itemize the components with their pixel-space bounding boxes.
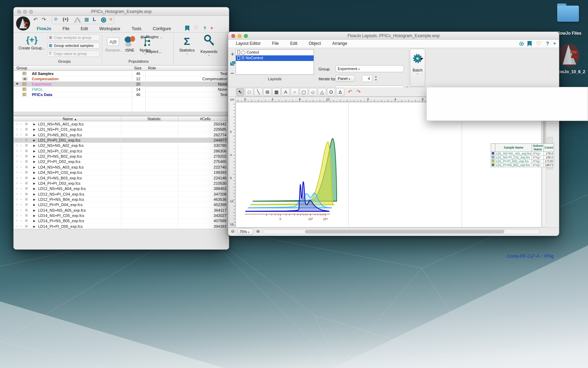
row-expander-icon[interactable]: ▶	[33, 209, 35, 212]
histogram-legend-table[interactable]: Sample Name Subset Name Count LD1_NS+NS_…	[491, 143, 554, 167]
zoom-in-icon[interactable]: ⊕	[256, 229, 260, 234]
menu-configure[interactable]: Configure	[148, 25, 176, 32]
bookmark-icon[interactable]	[185, 26, 189, 31]
compensation-grid-icon[interactable]: ▦	[25, 208, 28, 212]
gate-circle-icon[interactable]: ○	[20, 143, 22, 147]
sample-name[interactable]: LD12_PI+PI_D04_exp.fcs	[38, 203, 83, 207]
shape-tool-button[interactable]: A	[281, 88, 290, 96]
row-expander-icon[interactable]: ▶	[33, 225, 35, 228]
compensation-grid-icon[interactable]: ▦	[25, 181, 28, 185]
layout-item-label[interactable]: Control	[246, 50, 259, 54]
copy-analysis-button[interactable]: ▣ Copy analysis to group	[47, 34, 100, 41]
shape-tool-button[interactable]: ⊞	[263, 88, 272, 96]
group-row[interactable]: {▦}Compensation12Compensation	[14, 76, 229, 82]
help-icon[interactable]: ?	[546, 41, 549, 46]
legend-row[interactable]: LD1_NS+PI_C01_exp.fcsIFNg+108.0	[491, 156, 554, 159]
shape-tool-button[interactable]: ╲	[254, 88, 262, 96]
gate-circle-icon[interactable]: ○	[20, 224, 22, 228]
compensation-grid-icon[interactable]: ▦	[25, 127, 28, 131]
add-icon[interactable]: +	[210, 25, 213, 31]
row-expander-icon[interactable]: ▶	[33, 203, 35, 206]
redo-icon[interactable]: ↷	[42, 16, 46, 23]
col-group[interactable]: Group	[16, 66, 27, 70]
shape-tool-button[interactable]: Δ	[336, 88, 344, 96]
undo-icon[interactable]: ↶	[348, 89, 352, 95]
sample-name[interactable]: LD1_NS+NS_A01_exp.fcs	[38, 122, 84, 126]
group-name[interactable]: FMOs	[32, 87, 42, 91]
rename-button[interactable]: A|B Rename...	[105, 38, 121, 52]
compensation-grid-icon[interactable]: ▦	[25, 203, 28, 206]
row-expander-icon[interactable]: ▶	[33, 171, 35, 174]
legend-row[interactable]: LD1_PI+PI_D01_exp.fcsIFNg+17130	[491, 159, 554, 163]
gate-circle-icon[interactable]: ○	[20, 154, 22, 158]
menu-edit[interactable]: Edit	[285, 40, 302, 47]
batch-dropdown-panel[interactable]	[426, 87, 588, 121]
sample-name[interactable]: LD14_PI+PI_D05_exp.fcs	[38, 224, 83, 229]
layout-item[interactable]: ◯ Control	[236, 50, 314, 55]
add-group-icon[interactable]: {+}	[63, 17, 68, 22]
compensation-grid-icon[interactable]: ▦	[25, 159, 28, 163]
row-expander-icon[interactable]: ▶	[33, 214, 35, 217]
group-row[interactable]: {}All Samples46Test	[14, 71, 229, 76]
row-expander-icon[interactable]: ▶	[33, 193, 35, 196]
group-table-header[interactable]: Group Size Role	[14, 65, 229, 71]
gate-circle-icon[interactable]: ○	[20, 127, 22, 131]
compensation-grid-icon[interactable]: ▦	[25, 138, 28, 142]
inspect-button[interactable]: ✎ Inspect...	[141, 48, 161, 54]
compensation-grid-icon[interactable]: ▦	[25, 133, 28, 136]
starburst-icon[interactable]: ✳	[109, 16, 113, 22]
table-icon[interactable]: ▦	[84, 16, 89, 22]
zoom-level-select[interactable]: 75% ▾	[237, 229, 253, 235]
help-icon[interactable]: ?	[203, 26, 206, 31]
col-name[interactable]: Name ▲	[63, 117, 77, 121]
copy-value-button[interactable]: ⚲ Copy value to group	[47, 50, 100, 57]
gear-icon[interactable]	[519, 41, 524, 47]
row-expander-icon[interactable]: ▶	[33, 139, 35, 142]
tsne-button[interactable]: tSNE	[123, 36, 137, 52]
compensation-grid-icon[interactable]: ▦	[25, 192, 28, 196]
shape-tool-button[interactable]: ○	[290, 88, 299, 96]
row-expander-icon[interactable]: ▶	[33, 219, 35, 223]
row-expander-icon[interactable]: ▶	[33, 177, 35, 180]
table-splitter[interactable]: ▴	[14, 112, 229, 116]
group-name[interactable]: PFICs Data	[32, 93, 52, 97]
layout-item[interactable]: ☰ NoControl	[236, 55, 314, 61]
compensation-grid-icon[interactable]: ▦	[25, 219, 28, 222]
menu-arrange[interactable]: Arrange	[327, 40, 352, 47]
group-row[interactable]: {}FMOs14None	[14, 87, 229, 92]
shape-tool-button[interactable]: ▦	[272, 88, 281, 96]
sample-name[interactable]: LD12_NS+PI_C04_exp.fcs	[38, 192, 84, 196]
layouts-titlebar[interactable]: FlowJo Layouts: PFICs_Histogram_Example.…	[228, 32, 559, 40]
canvas-hscrollbar[interactable]	[263, 229, 540, 234]
compensation-grid-icon[interactable]: ▦	[25, 154, 28, 158]
bookmark-icon[interactable]	[527, 41, 532, 46]
compensation-grid-icon[interactable]: ▦	[25, 170, 28, 174]
gate-circle-icon[interactable]: ○	[20, 176, 22, 180]
menu-flowjo[interactable]: FlowJo	[32, 25, 56, 32]
compensation-grid-icon[interactable]: ▦	[25, 224, 28, 228]
sample-name[interactable]: LD12_NS+NS_A04_exp.fcs	[38, 186, 86, 191]
gate-circle-icon[interactable]: ○	[20, 149, 22, 153]
gate-circle-icon[interactable]: ○	[20, 165, 22, 169]
compensation-grid-icon[interactable]: ▦	[25, 213, 28, 217]
zoom-out-icon[interactable]: ⊖	[231, 229, 234, 234]
heart-icon[interactable]: ♡	[194, 25, 198, 31]
group-name[interactable]: Compensation	[32, 77, 58, 81]
row-expander-icon[interactable]: ▶	[33, 160, 35, 163]
sample-name[interactable]: LD4_PI+PI_D03_exp.fcs	[38, 181, 80, 185]
sample-name[interactable]: LD12_PI+NS_B04_exp.fcs	[38, 197, 84, 202]
group-row[interactable]: {}PFICs Data46Test	[14, 92, 229, 97]
hscrollbar-thumb[interactable]	[305, 230, 504, 233]
row-expander-icon[interactable]: ▶	[33, 128, 35, 131]
legend-row[interactable]: LD1_NS+NS_A01_exp.fcsIFNg+178.0	[491, 152, 554, 156]
compensation-grid-icon[interactable]: ▦	[25, 176, 28, 179]
layout-L-icon[interactable]: L	[93, 16, 96, 22]
sample-name[interactable]: LD14_NS+NS_A05_exp.fcs	[38, 208, 86, 212]
add-layout-icon[interactable]: +	[231, 51, 234, 58]
gate-circle-icon[interactable]: ○	[20, 186, 22, 190]
sample-name[interactable]: LD4_NS+PI_C03_exp.fcs	[38, 170, 82, 175]
col-role[interactable]: Role	[148, 66, 156, 70]
sample-name[interactable]: LD1_PI+PI_D01_exp.fcs	[38, 138, 80, 142]
sample-name[interactable]: LD1_NS+PI_C01_exp.fcs	[38, 127, 82, 131]
flowjo-app-icon[interactable]	[558, 42, 580, 69]
